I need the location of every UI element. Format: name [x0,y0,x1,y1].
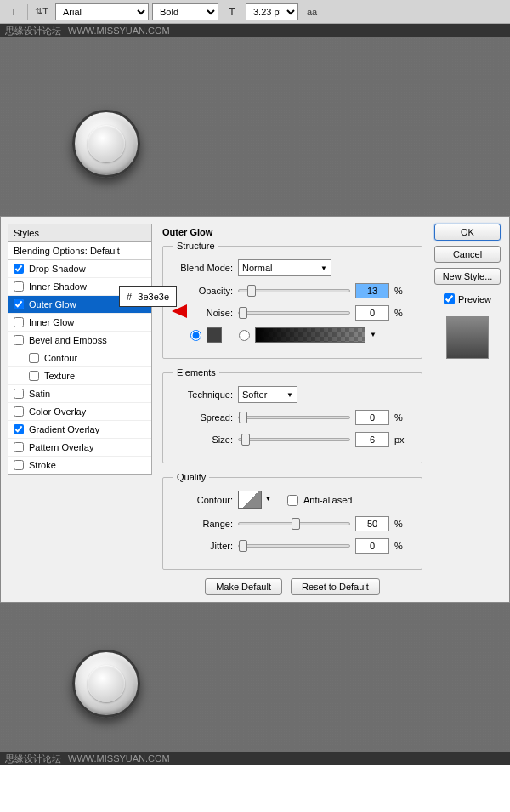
jitter-slider[interactable] [238,544,350,548]
make-default-button[interactable]: Make Default [205,578,282,595]
style-checkbox[interactable] [14,299,24,309]
noise-input[interactable] [355,305,389,321]
opacity-slider[interactable] [238,289,350,292]
style-checkbox[interactable] [14,317,24,327]
knob-graphic [72,650,140,718]
jitter-input[interactable] [355,538,389,554]
canvas-preview-bottom [0,603,510,752]
font-family-select[interactable]: Arial [55,3,149,20]
structure-legend: Structure [173,241,218,251]
layer-style-dialog: Styles Blending Options: Default Drop Sh… [0,216,510,603]
elements-legend: Elements [173,367,219,378]
technique-label: Technique: [173,389,233,400]
antialiased-checkbox[interactable] [287,495,298,506]
jitter-label: Jitter: [173,541,233,551]
default-buttons-row: Make Default Reset to Default [162,578,422,595]
style-item-drop-shadow[interactable]: Drop Shadow [8,260,151,278]
style-item-texture[interactable]: Texture [8,367,151,385]
percent-unit: % [394,519,411,529]
style-checkbox[interactable] [14,460,24,470]
hex-callout: # 3e3e3e [119,286,177,307]
style-label: Bevel and Emboss [29,335,107,345]
spread-label: Spread: [173,412,233,423]
style-item-inner-glow[interactable]: Inner Glow [8,314,151,332]
style-item-pattern-overlay[interactable]: Pattern Overlay [8,439,151,457]
style-item-color-overlay[interactable]: Color Overlay [8,403,151,421]
glow-color-swatch[interactable] [207,327,222,343]
style-checkbox[interactable] [14,335,24,345]
callout-arrow-icon [172,304,187,318]
font-size-icon: T [222,3,242,20]
style-label: Outer Glow [29,299,76,309]
styles-list: Blending Options: Default Drop ShadowInn… [8,242,152,475]
style-item-bevel-and-emboss[interactable]: Bevel and Emboss [8,332,151,349]
font-weight-select[interactable]: Bold [152,3,218,20]
preview-checkbox[interactable] [444,293,455,304]
size-slider[interactable] [238,438,350,441]
style-label: Texture [44,371,75,381]
percent-unit: % [394,286,411,296]
range-input[interactable] [355,516,389,531]
opacity-input[interactable] [355,283,389,298]
knob-graphic [72,110,140,178]
quality-legend: Quality [173,472,209,482]
glow-gradient-radio[interactable] [239,330,250,341]
panel-title: Outer Glow [162,224,422,241]
spread-input[interactable] [355,410,389,425]
dialog-buttons-panel: OK Cancel New Style... Preview [433,224,502,595]
style-checkbox[interactable] [14,406,24,417]
style-label: Stroke [29,460,56,470]
preview-toggle[interactable]: Preview [444,293,491,304]
style-label: Pattern Overlay [29,442,94,452]
type-options-toolbar: T ⇅T Arial Bold T 3.23 pt aa [0,0,510,24]
blending-options-item[interactable]: Blending Options: Default [8,242,151,260]
size-label: Size: [173,434,233,445]
noise-slider[interactable] [238,311,350,315]
blend-mode-select[interactable]: Normal [238,259,332,276]
styles-list-panel: Styles Blending Options: Default Drop Sh… [8,224,152,595]
new-style-button[interactable]: New Style... [434,268,501,285]
text-orientation-icon[interactable]: ⇅T [31,3,52,20]
style-checkbox[interactable] [14,442,24,452]
style-label: Inner Shadow [29,281,87,292]
style-checkbox[interactable] [29,371,39,381]
contour-picker[interactable] [238,491,262,509]
style-item-contour[interactable]: Contour [8,349,151,367]
antialias-icon: aa [302,3,322,20]
preview-label: Preview [458,294,491,304]
reset-default-button[interactable]: Reset to Default [291,578,380,595]
px-unit: px [394,434,411,445]
glow-color-radio[interactable] [190,330,201,341]
style-item-satin[interactable]: Satin [8,385,151,403]
glow-gradient-picker[interactable] [255,327,366,343]
range-label: Range: [173,519,233,529]
range-slider[interactable] [238,522,350,525]
font-size-select[interactable]: 3.23 pt [246,3,298,20]
style-label: Inner Glow [29,317,74,327]
effect-settings-panel: Outer Glow Structure Blend Mode: Normal … [159,224,426,595]
watermark-top: 思缘设计论坛WWW.MISSYUAN.COM [0,24,510,37]
opacity-label: Opacity: [173,286,233,296]
style-checkbox[interactable] [14,264,24,274]
style-checkbox[interactable] [14,389,24,399]
ok-button[interactable]: OK [434,224,501,241]
blend-mode-label: Blend Mode: [173,263,233,273]
spread-slider[interactable] [238,416,350,419]
quality-group: Quality Contour: Anti-aliased Range: % J… [162,472,422,570]
technique-select[interactable]: Softer [238,386,298,403]
style-item-stroke[interactable]: Stroke [8,457,151,474]
style-label: Color Overlay [29,406,86,417]
style-checkbox[interactable] [14,281,24,292]
structure-group: Structure Blend Mode: Normal Opacity: % … [162,241,422,359]
cancel-button[interactable]: Cancel [434,246,501,263]
style-checkbox[interactable] [14,424,24,434]
style-label: Gradient Overlay [29,424,99,434]
type-tool-icon[interactable]: T [3,3,24,20]
percent-unit: % [394,541,411,551]
watermark-bottom: 思缘设计论坛WWW.MISSYUAN.COM [0,752,510,765]
size-input[interactable] [355,432,389,447]
style-item-gradient-overlay[interactable]: Gradient Overlay [8,421,151,439]
style-label: Drop Shadow [29,264,86,274]
styles-header[interactable]: Styles [8,224,152,242]
style-checkbox[interactable] [29,353,39,363]
